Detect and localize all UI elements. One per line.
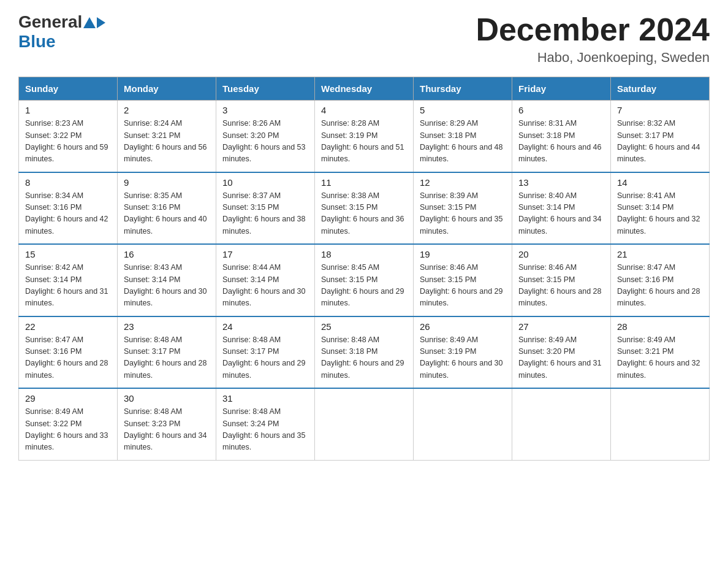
day-info: Sunrise: 8:32 AMSunset: 3:17 PMDaylight:… xyxy=(617,118,703,166)
svg-marker-0 xyxy=(83,17,96,28)
day-info: Sunrise: 8:48 AMSunset: 3:24 PMDaylight:… xyxy=(222,406,308,454)
calendar-cell: 19Sunrise: 8:46 AMSunset: 3:15 PMDayligh… xyxy=(414,244,512,316)
day-number: 21 xyxy=(617,249,703,259)
day-number: 19 xyxy=(420,249,506,259)
day-info: Sunrise: 8:29 AMSunset: 3:18 PMDaylight:… xyxy=(420,118,506,166)
calendar-cell xyxy=(414,388,512,460)
day-info: Sunrise: 8:35 AMSunset: 3:16 PMDaylight:… xyxy=(124,190,210,238)
calendar-cell: 14Sunrise: 8:41 AMSunset: 3:14 PMDayligh… xyxy=(611,172,710,245)
calendar-cell: 21Sunrise: 8:47 AMSunset: 3:16 PMDayligh… xyxy=(611,244,710,316)
day-number: 9 xyxy=(124,177,210,188)
day-info: Sunrise: 8:45 AMSunset: 3:15 PMDaylight:… xyxy=(321,262,407,310)
svg-marker-1 xyxy=(97,17,105,28)
calendar-cell: 29Sunrise: 8:49 AMSunset: 3:22 PMDayligh… xyxy=(19,388,118,460)
header-saturday: Saturday xyxy=(611,77,710,101)
header-friday: Friday xyxy=(512,77,611,101)
calendar-cell: 1Sunrise: 8:23 AMSunset: 3:22 PMDaylight… xyxy=(19,101,118,172)
week-row-2: 8Sunrise: 8:34 AMSunset: 3:16 PMDaylight… xyxy=(19,172,710,245)
day-number: 5 xyxy=(420,105,506,115)
day-info: Sunrise: 8:37 AMSunset: 3:15 PMDaylight:… xyxy=(222,190,308,238)
day-info: Sunrise: 8:46 AMSunset: 3:15 PMDaylight:… xyxy=(518,262,604,310)
day-number: 4 xyxy=(321,105,407,115)
day-number: 2 xyxy=(124,105,210,115)
day-info: Sunrise: 8:40 AMSunset: 3:14 PMDaylight:… xyxy=(518,190,604,238)
calendar-cell: 3Sunrise: 8:26 AMSunset: 3:20 PMDaylight… xyxy=(216,101,315,172)
day-number: 30 xyxy=(124,393,210,404)
day-number: 7 xyxy=(617,105,703,115)
calendar-cell: 7Sunrise: 8:32 AMSunset: 3:17 PMDaylight… xyxy=(611,101,710,172)
day-info: Sunrise: 8:46 AMSunset: 3:15 PMDaylight:… xyxy=(420,262,506,310)
day-number: 27 xyxy=(518,321,604,332)
day-info: Sunrise: 8:48 AMSunset: 3:17 PMDaylight:… xyxy=(124,334,210,382)
day-number: 26 xyxy=(420,321,506,332)
logo: General Blue xyxy=(18,12,107,52)
day-number: 14 xyxy=(617,177,703,188)
day-number: 6 xyxy=(518,105,604,115)
day-number: 29 xyxy=(25,393,111,404)
calendar-cell: 18Sunrise: 8:45 AMSunset: 3:15 PMDayligh… xyxy=(315,244,414,316)
day-info: Sunrise: 8:23 AMSunset: 3:22 PMDaylight:… xyxy=(25,118,111,166)
day-info: Sunrise: 8:49 AMSunset: 3:21 PMDaylight:… xyxy=(617,334,703,382)
calendar-cell: 25Sunrise: 8:48 AMSunset: 3:18 PMDayligh… xyxy=(315,316,414,389)
calendar-cell: 15Sunrise: 8:42 AMSunset: 3:14 PMDayligh… xyxy=(19,244,118,316)
day-info: Sunrise: 8:48 AMSunset: 3:17 PMDaylight:… xyxy=(222,334,308,382)
calendar-cell: 2Sunrise: 8:24 AMSunset: 3:21 PMDaylight… xyxy=(118,101,216,172)
day-number: 3 xyxy=(222,105,308,115)
logo-blue-part xyxy=(82,16,107,28)
day-info: Sunrise: 8:49 AMSunset: 3:19 PMDaylight:… xyxy=(420,334,506,382)
day-info: Sunrise: 8:41 AMSunset: 3:14 PMDaylight:… xyxy=(617,190,703,238)
calendar-cell: 28Sunrise: 8:49 AMSunset: 3:21 PMDayligh… xyxy=(611,316,710,389)
month-title: December 2024 xyxy=(476,12,710,47)
week-row-4: 22Sunrise: 8:47 AMSunset: 3:16 PMDayligh… xyxy=(19,316,710,389)
calendar-cell: 31Sunrise: 8:48 AMSunset: 3:24 PMDayligh… xyxy=(216,388,315,460)
calendar-cell: 30Sunrise: 8:48 AMSunset: 3:23 PMDayligh… xyxy=(118,388,216,460)
day-number: 25 xyxy=(321,321,407,332)
day-number: 1 xyxy=(25,105,111,115)
calendar-cell: 10Sunrise: 8:37 AMSunset: 3:15 PMDayligh… xyxy=(216,172,315,245)
calendar-cell: 20Sunrise: 8:46 AMSunset: 3:15 PMDayligh… xyxy=(512,244,611,316)
day-number: 8 xyxy=(25,177,111,188)
day-info: Sunrise: 8:28 AMSunset: 3:19 PMDaylight:… xyxy=(321,118,407,166)
week-row-1: 1Sunrise: 8:23 AMSunset: 3:22 PMDaylight… xyxy=(19,101,710,172)
calendar-cell: 13Sunrise: 8:40 AMSunset: 3:14 PMDayligh… xyxy=(512,172,611,245)
day-number: 18 xyxy=(321,249,407,259)
days-header-row: SundayMondayTuesdayWednesdayThursdayFrid… xyxy=(19,77,710,101)
title-area: December 2024 Habo, Joenkoeping, Sweden xyxy=(476,12,710,66)
day-info: Sunrise: 8:49 AMSunset: 3:20 PMDaylight:… xyxy=(518,334,604,382)
day-info: Sunrise: 8:39 AMSunset: 3:15 PMDaylight:… xyxy=(420,190,506,238)
day-info: Sunrise: 8:24 AMSunset: 3:21 PMDaylight:… xyxy=(124,118,210,166)
calendar-cell: 27Sunrise: 8:49 AMSunset: 3:20 PMDayligh… xyxy=(512,316,611,389)
day-info: Sunrise: 8:43 AMSunset: 3:14 PMDaylight:… xyxy=(124,262,210,310)
calendar-cell xyxy=(611,388,710,460)
day-number: 20 xyxy=(518,249,604,259)
day-number: 31 xyxy=(222,393,308,404)
calendar-cell: 5Sunrise: 8:29 AMSunset: 3:18 PMDaylight… xyxy=(414,101,512,172)
day-info: Sunrise: 8:38 AMSunset: 3:15 PMDaylight:… xyxy=(321,190,407,238)
calendar-table: SundayMondayTuesdayWednesdayThursdayFrid… xyxy=(18,77,710,461)
day-number: 12 xyxy=(420,177,506,188)
day-number: 10 xyxy=(222,177,308,188)
day-number: 13 xyxy=(518,177,604,188)
day-info: Sunrise: 8:48 AMSunset: 3:23 PMDaylight:… xyxy=(124,406,210,454)
day-number: 28 xyxy=(617,321,703,332)
day-number: 16 xyxy=(124,249,210,259)
logo-general-text: General xyxy=(18,12,82,32)
calendar-cell: 6Sunrise: 8:31 AMSunset: 3:18 PMDaylight… xyxy=(512,101,611,172)
logo-arrow-icon xyxy=(97,16,107,29)
day-info: Sunrise: 8:26 AMSunset: 3:20 PMDaylight:… xyxy=(222,118,308,166)
header-monday: Monday xyxy=(118,77,216,101)
day-info: Sunrise: 8:47 AMSunset: 3:16 PMDaylight:… xyxy=(25,334,111,382)
location-title: Habo, Joenkoeping, Sweden xyxy=(476,50,710,66)
logo-blue-text: Blue xyxy=(18,32,56,52)
day-number: 23 xyxy=(124,321,210,332)
calendar-cell: 22Sunrise: 8:47 AMSunset: 3:16 PMDayligh… xyxy=(19,316,118,389)
calendar-cell: 4Sunrise: 8:28 AMSunset: 3:19 PMDaylight… xyxy=(315,101,414,172)
calendar-cell: 11Sunrise: 8:38 AMSunset: 3:15 PMDayligh… xyxy=(315,172,414,245)
day-info: Sunrise: 8:34 AMSunset: 3:16 PMDaylight:… xyxy=(25,190,111,238)
day-info: Sunrise: 8:49 AMSunset: 3:22 PMDaylight:… xyxy=(25,406,111,454)
calendar-cell: 24Sunrise: 8:48 AMSunset: 3:17 PMDayligh… xyxy=(216,316,315,389)
header-wednesday: Wednesday xyxy=(315,77,414,101)
logo-triangle-icon xyxy=(83,16,96,29)
calendar-cell: 26Sunrise: 8:49 AMSunset: 3:19 PMDayligh… xyxy=(414,316,512,389)
header: General Blue December 2024 Habo, Joenkoe… xyxy=(18,12,710,66)
